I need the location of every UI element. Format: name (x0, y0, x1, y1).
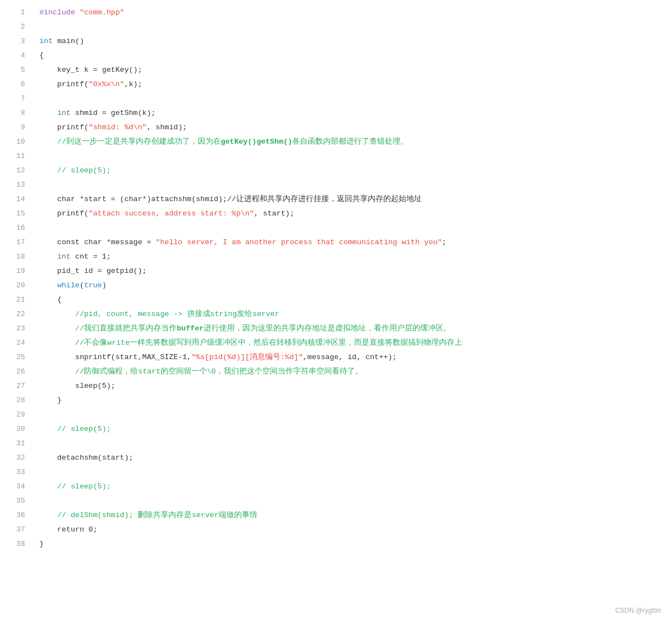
code-token: "attach success, address start: %p\n" (88, 209, 254, 218)
line-number: 32 (0, 451, 34, 465)
table-row: 24 //不会像write一样先将数据写到用户级缓冲区中，然后在转移到内核缓冲区… (0, 336, 672, 350)
line-number: 16 (0, 221, 34, 235)
code-token: ) (102, 281, 107, 290)
code-token: const char *message = (39, 238, 156, 246)
code-token: shmid = getShm(k); (71, 109, 156, 117)
code-table: 1#include "comm.hpp"2 3int main()4{5 key… (0, 6, 672, 551)
code-token: // sleep(5); (39, 425, 111, 433)
code-token: 各自函数内部都进行了查错处理。 (292, 138, 408, 146)
line-code: // sleep(5); (34, 422, 672, 436)
table-row: 7 (0, 92, 672, 106)
line-number: 10 (0, 135, 34, 149)
code-token: //不会像write一样先将数据写到用户级缓冲区中，然后在转移到内核缓冲区里，而… (39, 339, 462, 347)
code-token: return 0; (39, 525, 97, 534)
line-number: 38 (0, 537, 34, 551)
table-row: 29 (0, 408, 672, 422)
code-token: "comm.hpp" (80, 8, 124, 17)
line-code: detachshm(start); (34, 451, 672, 465)
code-token: int (39, 37, 52, 45)
table-row: 26 //防御式编程，给start的空间留一个\0，我们把这个空间当作字符串空间… (0, 365, 672, 379)
code-token: //到这一步一定是共享内存创建成功了，因为在 (39, 138, 221, 146)
code-token: , shmid); (147, 123, 187, 131)
table-row: 4{ (0, 49, 672, 63)
code-token: true (84, 281, 102, 290)
line-number: 4 (0, 49, 34, 63)
line-code (34, 149, 672, 164)
line-number: 22 (0, 307, 34, 322)
table-row: 34 // sleep(5); (0, 480, 672, 494)
table-row: 27 sleep(5); (0, 379, 672, 393)
watermark: CSDN @rygttm (615, 607, 661, 614)
line-code: int shmid = getShm(k); (34, 106, 672, 120)
table-row: 11 (0, 149, 672, 164)
line-code: //防御式编程，给start的空间留一个\0，我们把这个空间当作字符串空间看待了… (34, 365, 672, 379)
line-number: 20 (0, 278, 34, 293)
table-row: 35 (0, 494, 672, 508)
line-code: int cnt = 1; (34, 250, 672, 264)
line-code: char *start = (char*)attachshm(shmid);//… (34, 192, 672, 207)
table-row: 23 //我们直接就把共享内存当作buffer进行使用，因为这里的共享内存地址是… (0, 322, 672, 336)
line-code: { (34, 49, 672, 63)
line-number: 17 (0, 235, 34, 250)
code-token: "shmid: %d\n" (88, 123, 146, 131)
code-token: // sleep(5); (39, 482, 111, 491)
line-code: snprintf(start,MAX_SIZE-1,"%s[pid(%d)][消… (34, 350, 672, 365)
table-row: 22 //pid, count, message -> 拼接成string发给s… (0, 307, 672, 322)
line-number: 35 (0, 494, 34, 508)
table-row: 31 (0, 436, 672, 451)
code-token: key_t k = getKey(); (39, 66, 142, 74)
line-code: key_t k = getKey(); (34, 63, 672, 77)
table-row: 15 printf("attach success, address start… (0, 207, 672, 221)
table-row: 19 pid_t id = getpid(); (0, 264, 672, 278)
code-token (39, 281, 57, 290)
line-number: 37 (0, 523, 34, 537)
line-code: while(true) (34, 278, 672, 293)
table-row: 10 //到这一步一定是共享内存创建成功了，因为在getKey()getShm(… (0, 135, 672, 149)
table-row: 21 { (0, 293, 672, 307)
code-token: snprintf(start,MAX_SIZE-1, (39, 353, 191, 361)
line-code: sleep(5); (34, 379, 672, 393)
code-token: ,k); (124, 80, 142, 88)
code-token: //防御式编程，给start的空间留一个\0，我们把这个空间当作字符串空间看待了… (39, 367, 363, 376)
code-token: "%s[pid(%d)][消息编号:%d]" (192, 353, 303, 361)
table-row: 2 (0, 20, 672, 34)
line-code (34, 408, 672, 422)
code-token (39, 252, 57, 261)
line-code: //我们直接就把共享内存当作buffer进行使用，因为这里的共享内存地址是虚拟地… (34, 322, 672, 336)
line-number: 34 (0, 480, 34, 494)
line-number: 9 (0, 120, 34, 135)
line-code: } (34, 537, 672, 551)
line-code (34, 436, 672, 451)
line-code: int main() (34, 34, 672, 49)
code-token: } (39, 540, 44, 548)
line-number: 8 (0, 106, 34, 120)
line-code (34, 92, 672, 106)
line-code: const char *message = "hello server, I a… (34, 235, 672, 250)
line-code: pid_t id = getpid(); (34, 264, 672, 278)
code-token: 进行使用，因为这里的共享内存地址是虚拟地址，看作用户层的缓冲区。 (204, 324, 451, 333)
line-code (34, 494, 672, 508)
line-code: { (34, 293, 672, 307)
line-number: 5 (0, 63, 34, 77)
code-token: "0x%x\n" (88, 80, 124, 88)
line-code (34, 465, 672, 480)
line-number: 24 (0, 336, 34, 350)
code-token: { (39, 51, 44, 60)
code-token: printf( (39, 80, 88, 88)
line-code: // delShm(shmid); 删除共享内存是server端做的事情 (34, 508, 672, 523)
line-code: //到这一步一定是共享内存创建成功了，因为在getKey()getShm()各自… (34, 135, 672, 149)
table-row: 12 // sleep(5); (0, 164, 672, 178)
code-token: int (57, 252, 71, 261)
code-token: main() (53, 37, 84, 45)
table-row: 1#include "comm.hpp" (0, 6, 672, 20)
code-token: ,message, id, cnt++); (303, 353, 397, 361)
line-code: printf("shmid: %d\n", shmid); (34, 120, 672, 135)
line-number: 3 (0, 34, 34, 49)
code-token: , start); (254, 209, 294, 218)
code-token: getKey() (221, 138, 257, 146)
code-token: sleep(5); (39, 382, 115, 390)
line-number: 11 (0, 149, 34, 164)
code-token: // delShm(shmid); 删除共享内存是server端做的事情 (39, 511, 257, 519)
table-row: 38} (0, 537, 672, 551)
table-row: 5 key_t k = getKey(); (0, 63, 672, 77)
